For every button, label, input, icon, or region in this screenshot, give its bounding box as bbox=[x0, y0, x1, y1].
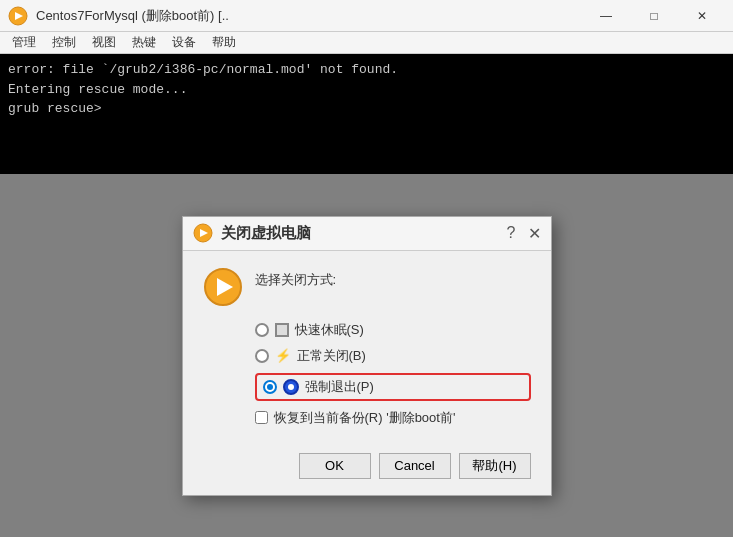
close-button[interactable]: ✕ bbox=[679, 0, 725, 32]
radio-poweroff-row[interactable]: 强制退出(P) bbox=[255, 373, 531, 401]
dialog-header-icon bbox=[203, 267, 243, 307]
minimize-button[interactable]: — bbox=[583, 0, 629, 32]
dialog-header-row: 选择关闭方式: bbox=[203, 267, 531, 307]
menu-help[interactable]: 帮助 bbox=[204, 32, 244, 53]
menu-bar: 管理 控制 视图 热键 设备 帮助 bbox=[0, 32, 733, 54]
dialog-header-text: 选择关闭方式: bbox=[255, 271, 337, 289]
radio-shutdown-button[interactable] bbox=[255, 349, 269, 363]
menu-manage[interactable]: 管理 bbox=[4, 32, 44, 53]
title-bar: Centos7ForMysql (删除boot前) [.. — □ ✕ bbox=[0, 0, 733, 32]
dialog-question-button[interactable]: ? bbox=[507, 224, 516, 242]
power-icon bbox=[283, 379, 299, 395]
radio-group: 快速休眠(S) ⚡ 正常关闭(B) 强制退出(P) bbox=[255, 321, 531, 401]
restore-checkbox[interactable] bbox=[255, 411, 268, 424]
maximize-button[interactable]: □ bbox=[631, 0, 677, 32]
dialog-footer: OK Cancel 帮助(H) bbox=[183, 443, 551, 495]
lightning-icon: ⚡ bbox=[275, 348, 291, 363]
dialog-title-controls: ? ✕ bbox=[507, 224, 541, 243]
dialog-close-button[interactable]: ✕ bbox=[528, 224, 541, 243]
terminal-line-3: grub rescue> bbox=[8, 99, 725, 119]
radio-poweroff-button[interactable] bbox=[263, 380, 277, 394]
dialog-title-text: 关闭虚拟电脑 bbox=[221, 224, 507, 243]
dialog-overlay: 关闭虚拟电脑 ? ✕ bbox=[0, 174, 733, 537]
radio-shutdown-row[interactable]: ⚡ 正常关闭(B) bbox=[255, 347, 531, 365]
app-icon bbox=[8, 6, 28, 26]
menu-view[interactable]: 视图 bbox=[84, 32, 124, 53]
radio-sleep-row[interactable]: 快速休眠(S) bbox=[255, 321, 531, 339]
checkbox-row[interactable]: 恢复到当前备份(R) '删除boot前' bbox=[255, 409, 531, 427]
shutdown-dialog: 关闭虚拟电脑 ? ✕ bbox=[182, 216, 552, 496]
checkbox-label: 恢复到当前备份(R) '删除boot前' bbox=[274, 409, 456, 427]
radio-shutdown-label: 正常关闭(B) bbox=[297, 347, 366, 365]
terminal-line-1: error: file `/grub2/i386-pc/normal.mod' … bbox=[8, 60, 725, 80]
window-title: Centos7ForMysql (删除boot前) [.. bbox=[36, 7, 583, 25]
window-controls: — □ ✕ bbox=[583, 0, 725, 32]
sleep-icon bbox=[275, 323, 289, 337]
cancel-button[interactable]: Cancel bbox=[379, 453, 451, 479]
dialog-title-bar: 关闭虚拟电脑 ? ✕ bbox=[183, 217, 551, 251]
vm-area: 关闭虚拟电脑 ? ✕ bbox=[0, 174, 733, 537]
ok-button[interactable]: OK bbox=[299, 453, 371, 479]
terminal-area: error: file `/grub2/i386-pc/normal.mod' … bbox=[0, 54, 733, 174]
radio-poweroff-label: 强制退出(P) bbox=[305, 378, 374, 396]
radio-sleep-label: 快速休眠(S) bbox=[295, 321, 364, 339]
menu-hotkey[interactable]: 热键 bbox=[124, 32, 164, 53]
dialog-icon bbox=[193, 223, 213, 243]
menu-device[interactable]: 设备 bbox=[164, 32, 204, 53]
terminal-line-2: Entering rescue mode... bbox=[8, 80, 725, 100]
radio-sleep-button[interactable] bbox=[255, 323, 269, 337]
dialog-body: 选择关闭方式: 快速休眠(S) ⚡ bbox=[183, 251, 551, 443]
menu-control[interactable]: 控制 bbox=[44, 32, 84, 53]
help-button[interactable]: 帮助(H) bbox=[459, 453, 531, 479]
app-window: Centos7ForMysql (删除boot前) [.. — □ ✕ 管理 控… bbox=[0, 0, 733, 537]
